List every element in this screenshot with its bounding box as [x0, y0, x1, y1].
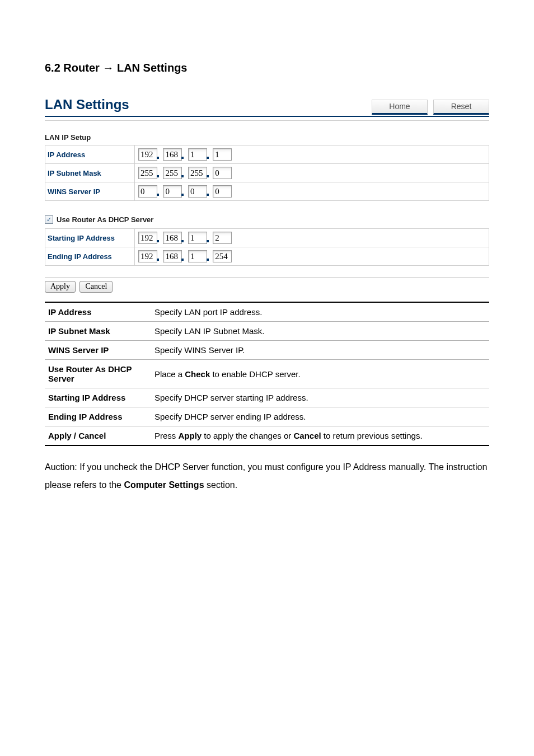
wins-octet-4[interactable]: 0	[213, 185, 232, 198]
desc-text: Specify LAN port IP address.	[151, 302, 489, 322]
desc-row: IP Address Specify LAN port IP address.	[45, 302, 489, 322]
row-wins-server: WINS Server IP 0 0 0 0	[45, 182, 489, 201]
desc-label: IP Subnet Mask	[45, 322, 151, 341]
desc-text: Specify LAN IP Subnet Mask.	[151, 322, 489, 341]
end-octet-4[interactable]: 254	[213, 250, 232, 262]
label-ending-ip: Ending IP Address	[45, 247, 135, 266]
row-ip-address: IP Address 192 168 1 1	[45, 145, 489, 164]
desc-row: Ending IP Address Specify DHCP server en…	[45, 407, 489, 426]
dhcp-checkbox[interactable]: ✓	[45, 215, 53, 224]
dot-icon	[207, 157, 209, 159]
start-octet-4[interactable]: 2	[213, 232, 232, 244]
divider	[45, 120, 489, 121]
lan-ip-setup-title: LAN IP Setup	[45, 133, 489, 142]
desc-label: Starting IP Address	[45, 388, 151, 407]
desc-label: Ending IP Address	[45, 407, 151, 426]
divider	[45, 277, 489, 278]
wins-octet-2[interactable]: 0	[163, 185, 182, 198]
desc-label: WINS Server IP	[45, 341, 151, 360]
dot-icon	[181, 259, 184, 261]
end-octet-2[interactable]: 168	[163, 250, 182, 262]
dot-icon	[157, 175, 159, 177]
subnet-octet-4[interactable]: 0	[213, 167, 232, 179]
label-ip-address: IP Address	[45, 145, 135, 164]
section-heading: 6.2 Router → LAN Settings	[45, 62, 489, 74]
desc-text: Specify WINS Server IP.	[151, 341, 489, 360]
desc-text: Press Apply to apply the changes or Canc…	[151, 426, 489, 446]
desc-label: IP Address	[45, 302, 151, 322]
ip-octet-3[interactable]: 1	[188, 148, 207, 161]
dot-icon	[181, 240, 184, 242]
description-table: IP Address Specify LAN port IP address. …	[45, 302, 489, 446]
cancel-button[interactable]: Cancel	[79, 281, 113, 293]
lan-ip-setup-table: IP Address 192 168 1 1 IP Subnet Mask 25…	[45, 145, 489, 201]
dhcp-range-table: Starting IP Address 192 168 1 2 Ending I…	[45, 228, 489, 266]
desc-row: Use Router As DHCP Server Place a Check …	[45, 360, 489, 388]
desc-row: IP Subnet Mask Specify LAN IP Subnet Mas…	[45, 322, 489, 341]
ip-octet-4[interactable]: 1	[213, 148, 232, 161]
dot-icon	[157, 157, 159, 159]
start-octet-3[interactable]: 1	[188, 232, 207, 244]
label-subnet-mask: IP Subnet Mask	[45, 164, 135, 182]
header-buttons: Home Reset	[372, 100, 489, 115]
dot-icon	[157, 194, 159, 196]
desc-row: WINS Server IP Specify WINS Server IP.	[45, 341, 489, 360]
home-button[interactable]: Home	[372, 100, 428, 115]
desc-label: Apply / Cancel	[45, 426, 151, 446]
row-ending-ip: Ending IP Address 192 168 1 254	[45, 247, 489, 266]
desc-text: Specify DHCP server ending IP address.	[151, 407, 489, 426]
panel-header: LAN Settings Home Reset	[45, 97, 489, 117]
value-subnet-mask: 255 255 255 0	[135, 164, 489, 182]
value-ending-ip: 192 168 1 254	[135, 247, 489, 266]
wins-octet-3[interactable]: 0	[188, 185, 207, 198]
wins-octet-1[interactable]: 0	[138, 185, 157, 198]
subnet-octet-2[interactable]: 255	[163, 167, 182, 179]
end-octet-1[interactable]: 192	[138, 250, 157, 262]
check-icon: ✓	[46, 216, 51, 223]
dot-icon	[181, 175, 184, 177]
dot-icon	[207, 194, 209, 196]
value-ip-address: 192 168 1 1	[135, 145, 489, 164]
ip-octet-2[interactable]: 168	[163, 148, 182, 161]
value-starting-ip: 192 168 1 2	[135, 229, 489, 247]
end-octet-3[interactable]: 1	[188, 250, 207, 262]
row-starting-ip: Starting IP Address 192 168 1 2	[45, 229, 489, 247]
row-subnet-mask: IP Subnet Mask 255 255 255 0	[45, 164, 489, 182]
dhcp-checkbox-row: ✓ Use Router As DHCP Server	[45, 215, 489, 224]
desc-row: Starting IP Address Specify DHCP server …	[45, 388, 489, 407]
subnet-octet-3[interactable]: 255	[188, 167, 207, 179]
dot-icon	[181, 157, 184, 159]
dot-icon	[157, 240, 159, 242]
dot-icon	[207, 259, 209, 261]
panel-title: LAN Settings	[45, 97, 129, 115]
reset-button[interactable]: Reset	[433, 100, 489, 115]
dot-icon	[207, 175, 209, 177]
subnet-octet-1[interactable]: 255	[138, 167, 157, 179]
desc-text: Specify DHCP server starting IP address.	[151, 388, 489, 407]
dot-icon	[181, 194, 184, 196]
label-starting-ip: Starting IP Address	[45, 229, 135, 247]
label-wins-server: WINS Server IP	[45, 182, 135, 201]
dhcp-checkbox-label: Use Router As DHCP Server	[57, 215, 153, 224]
desc-row: Apply / Cancel Press Apply to apply the …	[45, 426, 489, 446]
desc-text: Place a Check to enable DHCP server.	[151, 360, 489, 388]
dot-icon	[207, 240, 209, 242]
apply-button[interactable]: Apply	[45, 281, 76, 293]
ip-octet-1[interactable]: 192	[138, 148, 157, 161]
start-octet-1[interactable]: 192	[138, 232, 157, 244]
start-octet-2[interactable]: 168	[163, 232, 182, 244]
desc-label: Use Router As DHCP Server	[45, 360, 151, 388]
dot-icon	[157, 259, 159, 261]
value-wins-server: 0 0 0 0	[135, 182, 489, 201]
caution-note: Auction: If you uncheck the DHCP Server …	[45, 458, 489, 494]
